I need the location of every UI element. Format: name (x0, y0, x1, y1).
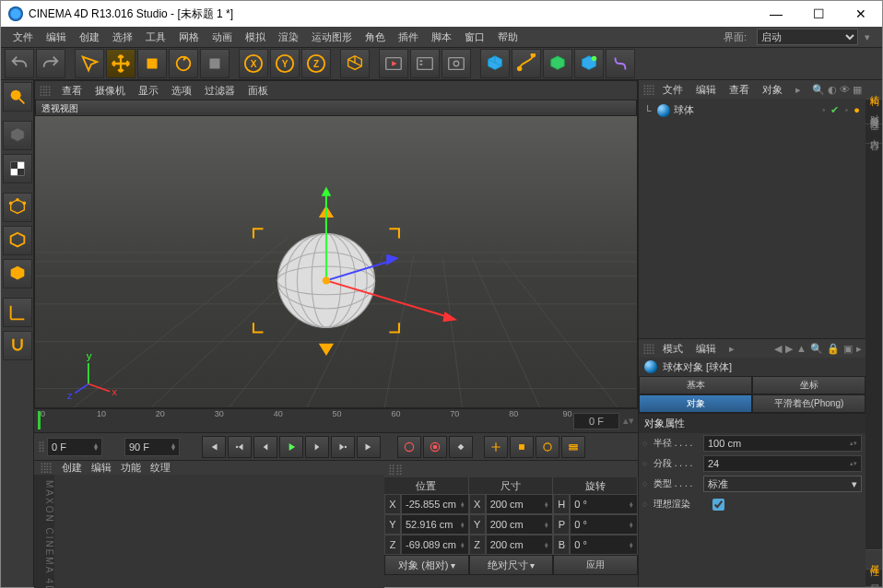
keyframe-sel-button[interactable] (449, 436, 473, 458)
vmenu-filter[interactable]: 过滤器 (198, 82, 241, 100)
menu-create[interactable]: 创建 (73, 29, 106, 46)
search-icon[interactable]: 🔍 (812, 84, 825, 96)
sidetab-attributes[interactable]: 属性 (865, 549, 882, 570)
spline-button[interactable] (512, 49, 541, 78)
size-y-field[interactable]: 200 cm▴▾ (486, 514, 554, 535)
point-mode-button[interactable] (3, 193, 32, 222)
visibility-editor-icon[interactable]: ✔ (830, 104, 839, 116)
menu-animate[interactable]: 动画 (206, 29, 239, 46)
layout-dropdown-icon[interactable]: ▾ (858, 29, 877, 45)
expand-icon[interactable]: └ (644, 105, 653, 116)
menu-help[interactable]: 帮助 (491, 29, 524, 46)
mat-menu-texture[interactable]: 纹理 (150, 461, 171, 475)
anim-dot-icon[interactable]: ○ (642, 479, 650, 488)
rot-h-field[interactable]: 0 °▴▾ (570, 494, 638, 514)
menu-mesh[interactable]: 网格 (172, 29, 206, 46)
ruler-spin-icon[interactable]: ▴▾ (623, 415, 634, 427)
om-menu-objects[interactable]: 对象 (759, 83, 786, 97)
nav-up-icon[interactable]: ▲ (796, 343, 806, 355)
snap-button[interactable] (3, 331, 32, 360)
menu-window[interactable]: 窗口 (458, 29, 491, 46)
render-view-button[interactable] (379, 49, 408, 78)
modeling-button[interactable] (574, 49, 604, 78)
vmenu-panel[interactable]: 面板 (241, 82, 275, 100)
am-menu-edit[interactable]: 编辑 (692, 342, 720, 356)
mat-menu-function[interactable]: 功能 (121, 461, 141, 475)
mat-menu-create[interactable]: 创建 (62, 461, 82, 475)
sidetab-layers[interactable]: 层 (865, 570, 882, 587)
vmenu-view[interactable]: 查看 (55, 82, 88, 100)
key-param-button[interactable] (561, 436, 585, 458)
axis-x-button[interactable]: X (239, 49, 268, 78)
maximize-button[interactable]: ☐ (797, 1, 840, 27)
next-frame-button[interactable] (305, 436, 329, 458)
search-icon[interactable]: 🔍 (810, 343, 823, 355)
texture-mode-button[interactable] (3, 154, 32, 183)
layout-icon[interactable]: ▦ (853, 84, 862, 96)
deformer-button[interactable] (606, 49, 635, 78)
object-list-item[interactable]: └ 球体 • ✔ • ● (642, 102, 862, 118)
size-mode-button[interactable]: 绝对尺寸 ▾ (469, 555, 554, 575)
new-window-icon[interactable]: ▣ (843, 343, 853, 355)
autokey-button[interactable] (423, 436, 447, 458)
grip-icon[interactable]: ⣿⣿ (642, 84, 653, 96)
menu-simulate[interactable]: 模拟 (239, 29, 272, 46)
scale-tool[interactable] (137, 49, 167, 78)
visibility-render-icon[interactable]: • (844, 104, 848, 116)
menu-mograph[interactable]: 运动图形 (305, 29, 359, 46)
om-menu-file[interactable]: 文件 (659, 83, 687, 97)
size-x-field[interactable]: 200 cm▴▾ (486, 494, 554, 514)
type-select[interactable]: 标准▾ (703, 476, 862, 492)
rotate-tool[interactable] (169, 49, 198, 78)
pos-y-field[interactable]: 52.916 cm▴▾ (401, 514, 469, 535)
vmenu-camera[interactable]: 摄像机 (88, 82, 132, 100)
tab-object[interactable]: 对象 (639, 394, 752, 413)
sidetab-objmgr[interactable]: 对象管理器 (865, 100, 882, 124)
coord-grip-bar[interactable]: ⣿⣿ (384, 461, 638, 477)
menu-edit[interactable]: 编辑 (40, 29, 73, 46)
coord-system-button[interactable] (340, 49, 370, 78)
vmenu-display[interactable]: 显示 (132, 82, 165, 100)
range-end-field[interactable]: 90 F▴▾ (124, 438, 180, 456)
phong-tag-icon[interactable]: ● (854, 104, 860, 116)
om-menu-edit[interactable]: 编辑 (692, 83, 720, 97)
interface-select[interactable]: 启动 (757, 29, 858, 45)
menu-file[interactable]: 文件 (6, 29, 40, 46)
prev-frame-button[interactable] (253, 436, 277, 458)
make-editable-button[interactable] (3, 82, 32, 112)
apply-button[interactable]: 应用 (553, 555, 638, 575)
sidetab-structure[interactable]: 结构 (865, 80, 882, 100)
menu-script[interactable]: 脚本 (425, 29, 458, 46)
mat-menu-edit[interactable]: 编辑 (91, 461, 112, 475)
menu-plugins[interactable]: 插件 (392, 29, 425, 46)
size-z-field[interactable]: 200 cm▴▾ (486, 535, 554, 555)
object-tree[interactable]: └ 球体 • ✔ • ● (639, 99, 865, 338)
grip-icon[interactable]: ⣿⣿ (40, 462, 51, 474)
nurbs-button[interactable] (543, 49, 572, 78)
ideal-render-checkbox[interactable] (712, 499, 724, 511)
goto-start-button[interactable] (202, 436, 226, 458)
model-mode-button[interactable] (3, 121, 32, 150)
nav-fwd-icon[interactable]: ▶ (785, 343, 793, 355)
tab-basic[interactable]: 基本 (639, 376, 752, 394)
filter-icon[interactable]: ◐ (828, 84, 837, 96)
primitive-cube-button[interactable] (480, 49, 510, 78)
axis-button[interactable] (3, 298, 32, 327)
nav-back-icon[interactable]: ◀ (774, 343, 782, 355)
redo-button[interactable] (36, 49, 65, 78)
layer-dot-icon[interactable]: • (822, 104, 826, 116)
range-start-field[interactable]: 0 F▴▾ (47, 438, 102, 456)
grip-icon[interactable]: ⣿⣿ (39, 85, 50, 97)
undo-button[interactable] (5, 49, 34, 78)
key-pos-button[interactable] (484, 436, 508, 458)
rot-p-field[interactable]: 0 °▴▾ (570, 514, 638, 535)
grip-icon[interactable]: ⣿⣿ (642, 343, 653, 355)
coord-mode-button[interactable]: 对象 (相对) ▾ (384, 555, 469, 575)
polygon-mode-button[interactable] (3, 259, 32, 288)
axis-z-button[interactable]: Z (301, 49, 331, 78)
ruler-track[interactable]: 0 10 20 30 40 50 60 70 80 90 (38, 409, 573, 432)
radius-field[interactable]: 100 cm▴▾ (703, 435, 862, 452)
prev-key-button[interactable] (228, 436, 252, 458)
last-tool[interactable] (200, 49, 230, 78)
chevron-right-icon[interactable]: ▸ (856, 343, 862, 355)
